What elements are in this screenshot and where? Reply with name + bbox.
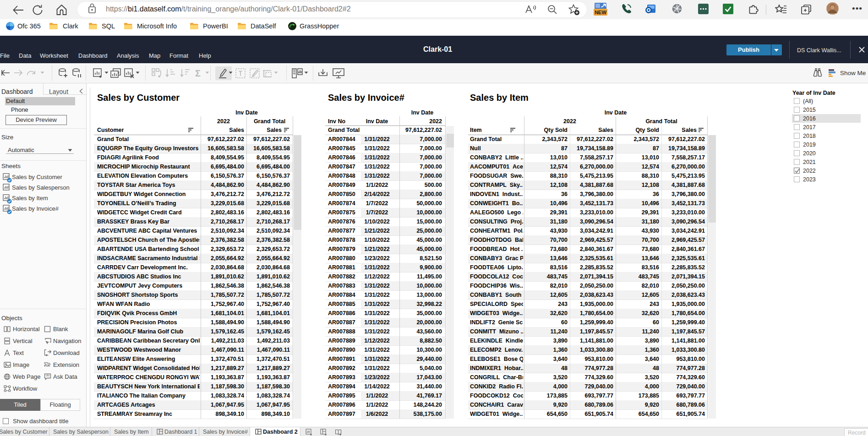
svg-text:NEW: NEW bbox=[595, 10, 606, 15]
